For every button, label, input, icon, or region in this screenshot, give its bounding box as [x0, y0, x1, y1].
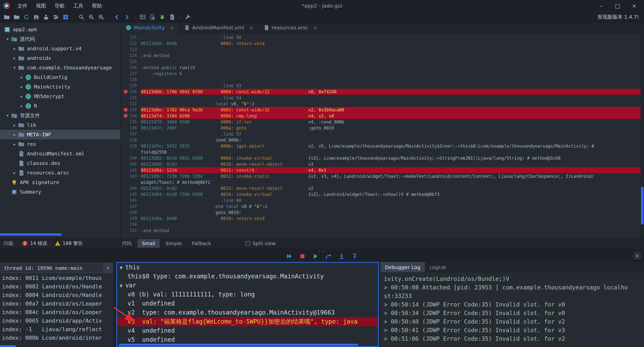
line-number-gutter[interactable]: 131 [121, 95, 141, 101]
chevron-right-icon[interactable]: ▸ [11, 142, 18, 147]
view-tab-Smali[interactable]: Smali [138, 239, 159, 248]
chevron-right-icon[interactable]: ▸ [18, 94, 25, 99]
code-line-122[interactable]: 12200123d56: 0e00 0005: return-void [121, 40, 644, 47]
tree-item-classes.dex[interactable]: classes.dex [0, 158, 120, 168]
line-number-gutter[interactable]: 125 [121, 59, 141, 65]
line-number-gutter[interactable]: 140 [121, 155, 141, 161]
step-into-button[interactable] [338, 252, 346, 260]
code-line-127[interactable]: 127 .registers 6 [121, 71, 644, 77]
code-line-141[interactable]: 14100123d88: 0c03 0010: move-result-obje… [121, 161, 644, 167]
view-tab-Simple[interactable]: Simple [162, 239, 186, 247]
variable-group-row[interactable]: ▼this [117, 263, 378, 272]
tree-item-MainActivity[interactable]: ▸MainActivity [0, 82, 120, 92]
file-tree[interactable]: app2.apk▾源代码▸android.support.v4▸androidx… [0, 23, 120, 197]
code-line-142[interactable]: 14200123d8a: 1214 0011: const/4 v4, 0x1 [121, 167, 644, 173]
line-number-gutter[interactable]: 121 [121, 34, 141, 40]
code-line-139[interactable]: 13900123d7e: 5452 5025 000b: iget-object… [121, 143, 644, 149]
line-number-gutter[interactable]: 136 [121, 125, 141, 131]
chevron-down-icon[interactable]: ▾ [11, 65, 18, 70]
toolbar-class-search-icon[interactable] [87, 13, 96, 21]
tree-item-Summary[interactable]: Summary [0, 187, 120, 197]
line-number-gutter[interactable]: 134 [121, 113, 141, 119]
tree-item-_[interactable]: ▾源代码 [0, 34, 120, 44]
toolbar-save-icon[interactable] [32, 13, 41, 21]
variable-list[interactable]: ▼thisthis$0 type: com.example.thousandye… [117, 263, 378, 344]
line-number-gutter[interactable]: 137 [121, 131, 141, 137]
toolbar-wrench-icon[interactable] [184, 13, 192, 21]
line-number-gutter[interactable]: 141 [121, 161, 141, 167]
chevron-right-icon[interactable]: ▸ [11, 46, 18, 51]
scrollbar-thumb[interactable] [0, 345, 16, 347]
code-line-148[interactable]: 148 goto_0019: [121, 209, 644, 215]
code-line-123[interactable]: 123 [121, 47, 644, 53]
tree-item-_[interactable]: ▾资源文件 [0, 111, 120, 120]
variable-group-row[interactable]: ▼var [117, 281, 378, 290]
chevron-right-icon[interactable]: ▸ [11, 56, 18, 61]
tree-item-resources.arsc[interactable]: ▸resources.arsc [0, 168, 120, 178]
close-tab-icon[interactable]: × [170, 25, 174, 31]
toolbar-debug-icon[interactable] [158, 13, 167, 21]
variable-row[interactable]: v4 undefined [117, 326, 378, 335]
chevron-down-icon[interactable]: ▼ [103, 264, 112, 273]
minimize-button[interactable]: – [597, 3, 605, 9]
stack-frame-row[interactable]: index: -1 Ljava/lang/reflect [0, 325, 114, 334]
tree-item-META-INF[interactable]: ▸META-INF [0, 130, 120, 139]
chevron-down-icon[interactable]: ▼ [119, 283, 123, 288]
close-tab-icon[interactable]: × [249, 25, 253, 31]
line-number-gutter[interactable]: 126 [121, 65, 141, 71]
toolbar-preferences-icon[interactable] [52, 13, 60, 21]
line-number-gutter[interactable]: 146 [121, 197, 141, 203]
variable-row[interactable]: v3 val: "福莱格是flag{WeLcome_to-SWPU}}加密后的结… [117, 317, 378, 326]
splitter-handle-horizontal[interactable]: ··· [318, 248, 326, 254]
chevron-right-icon[interactable]: ▸ [11, 123, 18, 127]
code-line-124[interactable]: 124.end method [121, 53, 644, 59]
tree-item-com.example.thousandyearsago[interactable]: ▾com.example.thousandyearsago [0, 63, 120, 72]
splitter-handle[interactable]: ⋮ [117, 131, 120, 138]
scrollbar-thumb[interactable] [0, 233, 62, 236]
variable-row[interactable]: v0 (b) val: 11111111111, type: long [117, 290, 378, 299]
toolbar-text-search-icon[interactable] [97, 13, 105, 21]
line-number-gutter[interactable]: 132 [121, 101, 141, 107]
tree-item-android.support.v4[interactable]: ▸android.support.v4 [0, 44, 120, 53]
line-number-gutter[interactable]: 145 [121, 191, 141, 197]
line-number-gutter[interactable]: 148 [121, 209, 141, 215]
stack-frame-row[interactable]: index: 00a7 Landroid/os/Looper [0, 299, 114, 308]
tab-resources.arsc[interactable]: resources.arsc× [259, 23, 323, 33]
code-line-wrap[interactable]: widget/Toast; # method@0bf2 [121, 179, 644, 185]
toolbar-open-file-icon[interactable] [3, 13, 11, 21]
chevron-right-icon[interactable]: ▸ [18, 104, 25, 108]
breakpoint-icon[interactable] [124, 114, 128, 118]
line-number-gutter[interactable]: 135 [121, 119, 141, 125]
code-line-150[interactable]: 150 [121, 222, 644, 228]
chevron-right-icon[interactable]: ▸ [18, 75, 25, 80]
toolbar-nav-forward-icon[interactable] [123, 13, 131, 21]
line-number-gutter[interactable]: 138 [121, 137, 141, 143]
thread-selector[interactable]: thread id: 19596 name:main ▼ [1, 263, 113, 273]
tree-item-APK_signature[interactable]: APK signature [0, 178, 120, 187]
line-number-gutter[interactable]: 133 [121, 107, 141, 113]
variable-row[interactable]: this$0 type: com.example.thousandyearsag… [117, 272, 378, 281]
tree-item-res[interactable]: ▸res [0, 139, 120, 149]
tree-item-androidx[interactable]: ▸androidx [0, 53, 120, 63]
code-line-144[interactable]: 14400123d92: 0c02 0015: move-result-obje… [121, 185, 644, 191]
code-line-125[interactable]: 125 [121, 59, 644, 65]
code-line-131[interactable]: 131 .line 54 [121, 95, 644, 101]
code-line-146[interactable]: 146 .line 60 [121, 197, 644, 203]
line-number-gutter[interactable] [121, 179, 141, 185]
breakpoint-icon[interactable] [124, 108, 128, 112]
code-line-wrap[interactable]: field@2550 [121, 149, 644, 155]
update-notice[interactable]: 发现新版本 1.4.7! [597, 14, 641, 20]
menubar-item[interactable]: 导航 [50, 0, 69, 12]
line-number-gutter[interactable]: 149 [121, 215, 141, 222]
code-editor[interactable]: 121 .line 5012200123d56: 0e00 0005: retu… [121, 33, 644, 238]
stack-frame-list[interactable]: index: 0011 Lcom/example/thousindex: 000… [0, 274, 114, 342]
line-number-gutter[interactable]: 143 [121, 173, 141, 179]
toolbar-export-icon[interactable] [42, 13, 50, 21]
resume-button[interactable] [285, 252, 293, 260]
line-number-gutter[interactable]: 129 [121, 83, 141, 89]
toolbar-table-view-icon[interactable] [138, 13, 147, 21]
toolbar-search-icon[interactable] [77, 13, 86, 21]
code-line-149[interactable]: 14900123d9a: 0e00 0019: return-void [121, 215, 644, 222]
toolbar-device-search-icon[interactable] [148, 13, 157, 21]
code-line-126[interactable]: 126.method public run()V [121, 65, 644, 71]
